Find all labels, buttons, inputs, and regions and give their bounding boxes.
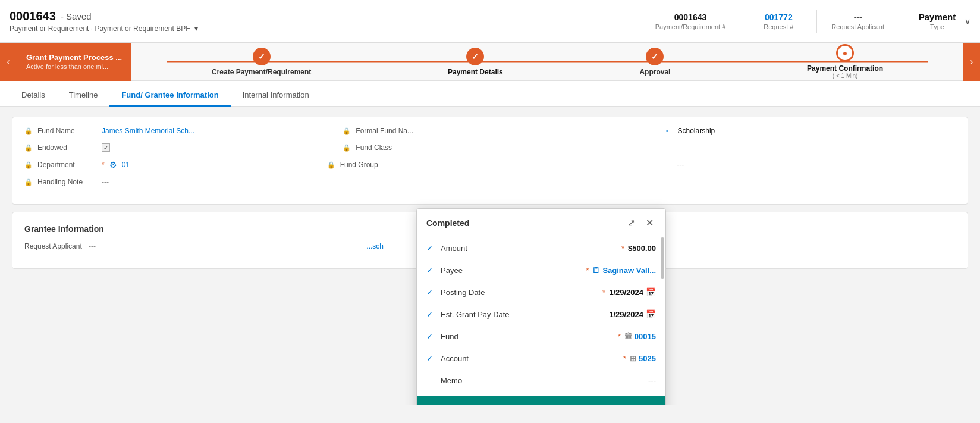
step-create[interactable]: ✓ Create Payment/Requirement bbox=[212, 48, 311, 76]
modal-label-posting-date: Posting Date bbox=[441, 288, 599, 297]
grid-icon-account: ⊞ bbox=[630, 354, 636, 363]
record-id: 0001643 bbox=[10, 10, 56, 23]
modal-value-account[interactable]: ⊞ 5025 bbox=[630, 354, 656, 363]
step-payment-confirmation[interactable]: ● Payment Confirmation ( < 1 Min) bbox=[807, 44, 883, 79]
modal-label-amount: Amount bbox=[441, 244, 618, 253]
gear-icon-department: ⚙ bbox=[109, 160, 117, 170]
request-applicant-label: Request Applicant bbox=[24, 242, 84, 250]
fund-group-label: Fund Group bbox=[340, 161, 400, 169]
modal-row-posting-date: ✓ Posting Date * 1/29/2024 📅 bbox=[426, 281, 656, 303]
dashes-1: --- bbox=[677, 161, 684, 169]
step-label-approval: Approval bbox=[639, 68, 670, 76]
payee-value-text: Saginaw Vall... bbox=[602, 266, 656, 275]
lock-icon-fund-class: 🔒 bbox=[343, 144, 351, 152]
modal-row-account: ✓ Account * ⊞ 5025 bbox=[426, 347, 656, 369]
progress-right-button[interactable]: › bbox=[963, 43, 980, 81]
progress-bar: ‹ Grant Payment Process ... Active for l… bbox=[0, 43, 980, 81]
modal-scroll-wrapper: ✓ Amount * $500.00 ✓ Payee * 🗒 Saginaw V… bbox=[417, 237, 665, 391]
scholarship-value: Scholarship bbox=[678, 127, 715, 135]
form-field-request-applicant: Request Applicant --- bbox=[24, 242, 319, 250]
progress-subtitle: Active for less than one mi... bbox=[26, 63, 122, 70]
department-value[interactable]: 01 bbox=[122, 161, 130, 169]
form-row-handling-note: 🔒 Handling Note --- bbox=[24, 178, 956, 186]
modal-row-amount: ✓ Amount * $500.00 bbox=[426, 237, 656, 259]
form-field-fund-class: 🔒 Fund Class bbox=[343, 143, 637, 152]
form-field-fund-group: 🔒 Fund Group bbox=[327, 161, 606, 169]
fund-class-label: Fund Class bbox=[356, 143, 415, 152]
modal-row-memo: ✓ Memo * --- bbox=[426, 369, 656, 391]
step-approval[interactable]: ✓ Approval bbox=[639, 48, 670, 76]
modal-close-button[interactable]: ✕ bbox=[643, 216, 656, 230]
step-payment-details[interactable]: ✓ Payment Details bbox=[448, 48, 503, 76]
modal-header: Completed ⤢ ✕ bbox=[417, 209, 665, 237]
modal-value-fund[interactable]: 🏛 00015 bbox=[624, 332, 656, 341]
form-field-department: 🔒 Department * ⚙ 01 bbox=[24, 160, 303, 170]
payment-type-value: Payment bbox=[919, 12, 956, 22]
request-num-field: 001772 Request # bbox=[755, 12, 802, 30]
lock-icon-formal-fund: 🔒 bbox=[343, 127, 351, 135]
saved-label: - Saved bbox=[61, 11, 92, 21]
modal-label-memo: Memo bbox=[441, 376, 638, 385]
tab-fund-grantee[interactable]: Fund/ Grantee Information bbox=[109, 84, 230, 107]
modal-label-payee: Payee bbox=[441, 266, 582, 275]
doc-icon-payee: 🗒 bbox=[592, 266, 600, 275]
request-applicant-label: Request Applicant bbox=[831, 23, 884, 30]
tab-details[interactable]: Details bbox=[10, 84, 57, 107]
grantee-link-value: ...sch bbox=[366, 242, 384, 250]
check-icon-amount: ✓ bbox=[426, 243, 441, 253]
payment-type-field: Payment Type bbox=[913, 12, 961, 30]
modal-label-account: Account bbox=[441, 354, 620, 363]
handling-note-value: --- bbox=[102, 178, 109, 186]
completed-modal: Completed ⤢ ✕ ✓ Amount * $500.00 ✓ Payee bbox=[416, 208, 666, 405]
modal-scrollbar-track bbox=[661, 237, 664, 391]
header-divider-2 bbox=[816, 10, 817, 33]
required-star-department: * bbox=[102, 161, 105, 169]
modal-title: Completed bbox=[426, 218, 469, 228]
payment-req-field: 0001643 Payment/Requirement # bbox=[655, 12, 726, 30]
set-active-button[interactable]: Set Active bbox=[417, 396, 665, 405]
dot-icon: • bbox=[666, 127, 668, 134]
fund-name-value[interactable]: James Smith Memorial Sch... bbox=[102, 127, 194, 135]
modal-value-payee[interactable]: 🗒 Saginaw Vall... bbox=[592, 266, 656, 275]
right-arrow-icon: › bbox=[970, 57, 973, 67]
modal-body: ✓ Amount * $500.00 ✓ Payee * 🗒 Saginaw V… bbox=[417, 237, 665, 391]
step-label-create: Create Payment/Requirement bbox=[212, 68, 311, 76]
modal-value-amount: $500.00 bbox=[628, 244, 656, 253]
progress-title: Grant Payment Process ... bbox=[26, 53, 122, 62]
request-applicant-value: --- bbox=[89, 242, 96, 250]
tab-internal-info[interactable]: Internal Information bbox=[231, 84, 321, 107]
form-row-department: 🔒 Department * ⚙ 01 🔒 Fund Group --- bbox=[24, 160, 956, 170]
check-icon-memo: ✓ bbox=[426, 375, 441, 385]
modal-scrollbar-thumb bbox=[661, 237, 664, 279]
form-field-handling-note: 🔒 Handling Note --- bbox=[24, 178, 327, 186]
modal-row-est-grant-pay: ✓ Est. Grant Pay Date * 1/29/2024 📅 bbox=[426, 303, 656, 325]
tab-timeline[interactable]: Timeline bbox=[57, 84, 110, 107]
step-circle-payment-details: ✓ bbox=[466, 48, 484, 65]
lock-icon-fund-name: 🔒 bbox=[24, 127, 33, 135]
breadcrumb-dropdown-icon[interactable]: ▾ bbox=[194, 24, 198, 33]
modal-value-est-grant: 1/29/2024 📅 bbox=[609, 309, 656, 319]
record-id-row: 0001643 - Saved bbox=[10, 10, 655, 23]
progress-orange-label: Grant Payment Process ... Active for les… bbox=[17, 43, 131, 81]
payment-type-chevron[interactable]: ∨ bbox=[965, 17, 970, 26]
payment-req-label: Payment/Requirement # bbox=[655, 23, 726, 30]
modal-expand-button[interactable]: ⤢ bbox=[625, 216, 637, 230]
progress-left-button[interactable]: ‹ bbox=[0, 43, 17, 81]
lock-icon-handling-note: 🔒 bbox=[24, 178, 33, 186]
endowed-label: Endowed bbox=[37, 143, 97, 152]
form-row-fund-name: 🔒 Fund Name James Smith Memorial Sch... … bbox=[24, 127, 956, 135]
calendar-icon-est-grant: 📅 bbox=[646, 309, 656, 319]
modal-value-posting-date: 1/29/2024 📅 bbox=[609, 287, 656, 297]
bank-icon-fund: 🏛 bbox=[624, 332, 632, 341]
posting-date-text: 1/29/2024 bbox=[609, 288, 643, 297]
payment-type-label: Type bbox=[930, 23, 944, 30]
header-divider-1 bbox=[740, 10, 740, 33]
request-num[interactable]: 001772 bbox=[765, 12, 793, 22]
check-icon-payee: ✓ bbox=[426, 265, 441, 275]
formal-fund-name-label: Formal Fund Na... bbox=[356, 127, 415, 135]
modal-label-est-grant: Est. Grant Pay Date bbox=[441, 310, 599, 319]
step-circle-approval: ✓ bbox=[646, 48, 664, 65]
request-num-label: Request # bbox=[764, 23, 793, 30]
tabs-bar: Details Timeline Fund/ Grantee Informati… bbox=[0, 81, 980, 107]
request-applicant-value: --- bbox=[854, 12, 862, 22]
